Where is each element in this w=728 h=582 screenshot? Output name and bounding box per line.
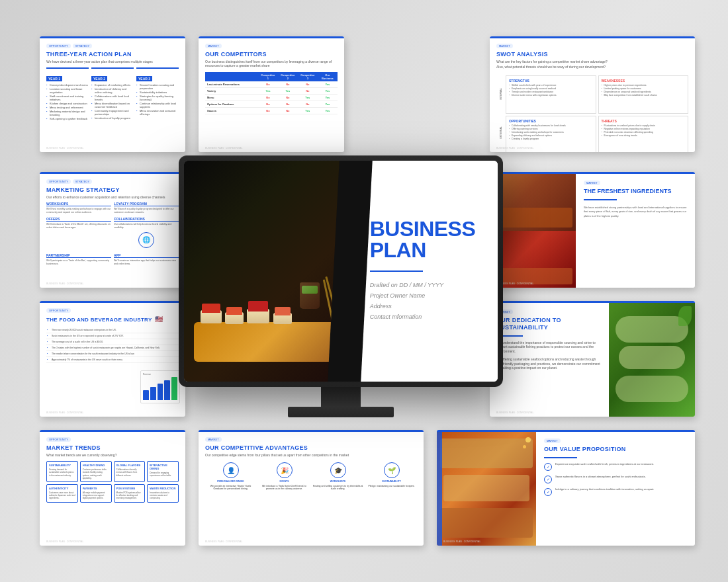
slide-competitive-advantages[interactable]: MARKET OUR COMPETITIVE ADVANTAGES Our co… [199, 430, 424, 546]
internal-label: INTERNAL [500, 88, 502, 100]
marketing-collabs-text: Our collaborations will help boost our b… [114, 223, 179, 229]
vp-divider [544, 457, 577, 458]
comp-3-1: No [258, 94, 278, 101]
comp-1-2: No [278, 81, 298, 88]
ca-workshops-title: WORKSHOPS [312, 480, 363, 483]
trend-waste: WASTE REDUCTION Innovative solutions to … [147, 484, 179, 503]
marketing-workshops: WORKSHOPS We'll host monthly sushi-makin… [46, 202, 111, 214]
slide-marketing[interactable]: OPPORTUNITY STRATEGY MARKETING STRATEGY … [40, 172, 185, 288]
fb-footer: BUSINESS PLAN · CONFIDENTIAL [46, 411, 179, 414]
ca-personalized-title: PERSONALIZED DINING [205, 480, 256, 483]
year-col-1: YEAR 1 Concept development and menu Loca… [46, 67, 89, 121]
bar-1 [143, 390, 149, 400]
slide-freshest[interactable]: MARKET THE FRESHEST INGREDIENTS We have … [490, 172, 695, 288]
fb-title: THE FOOD AND BEVERAGE INDUSTRY [46, 317, 152, 323]
vp-item-1: ✓ Experience exquisite sushi crafted wit… [544, 462, 687, 471]
year3-item-4: Continue relationship with local supplie… [136, 102, 179, 108]
trend-sust-text: Growing demand for sustainable seafood o… [49, 468, 75, 477]
slide-swot[interactable]: MARKET SWOT ANALYSIS What are the key fa… [490, 36, 695, 152]
marketing-footer: BUSINESS PLAN · CONFIDENTIAL [46, 282, 179, 285]
bar-5 [171, 377, 177, 400]
slide-food-beverage[interactable]: OPPORTUNITY THE FOOD AND BEVERAGE INDUST… [40, 301, 185, 417]
comp-row-2: Variety Yes Yes No Yes [205, 87, 338, 94]
slide-dedication[interactable]: MARKET OUR DEDICATION TO SUSTAINABILITY … [490, 301, 695, 417]
marketing-app-title: APP [114, 253, 179, 258]
chart-label: Revenue [143, 373, 177, 376]
comp-feature-1: Last-minute Reservations [205, 81, 258, 88]
competitors-footer: BUSINESS PLAN · CONFIDENTIAL [205, 147, 338, 149]
swot-o-3: Introducing sushi-making workshops for c… [509, 131, 593, 134]
marketing-workshops-title: WORKSHOPS [46, 202, 111, 206]
year1-item-5: Menu testing and refinement [46, 106, 89, 109]
comp-5-3: Yes [298, 107, 318, 114]
food-stat-3: The average cost of a sushi roll in the … [46, 339, 179, 345]
marketing-offers-title: OFFERS [46, 217, 111, 222]
comp-4-1: No [258, 101, 278, 107]
roll-1 [615, 316, 688, 343]
vp-sushi-1 [440, 438, 533, 468]
swot-t-2: Negative online reviews impacting reputa… [602, 128, 686, 130]
competitors-table: Competitor 1 Competitor 2 Competitor 3 O… [205, 72, 338, 114]
monitor: BUSINESS PLAN Drafted on DD / MM / YYYY … [179, 155, 503, 387]
comp-5-1: No [258, 107, 278, 114]
marketing-partnership-title: PARTNERSHIP [46, 253, 111, 258]
comp-1-3: No [298, 81, 318, 88]
swot-o-4: Expanding delivery and takeout options [509, 134, 593, 137]
swot-s-4: Diverse sushi menu with vegetarian optio… [509, 94, 593, 97]
three-year-footer: BUSINESS PLAN · CONFIDENTIAL [46, 147, 179, 149]
dedication-body2: By offering sustainable seafood options … [496, 357, 602, 370]
trends-footer: BUSINESS PLAN · CONFIDENTIAL [46, 540, 179, 543]
trend-sustainability: SUSTAINABILITY Growing demand for sustai… [46, 461, 78, 482]
mini-revenue-chart: Revenue [140, 370, 180, 403]
slide-value-proposition[interactable]: MARKET OUR VALUE PROPOSITION ✓ Experienc… [437, 430, 695, 546]
garnish-dot-2 [523, 445, 526, 448]
monitor-screen: BUSINESS PLAN Drafted on DD / MM / YYYY … [184, 161, 498, 382]
bp-title-line2: PLAN [370, 239, 484, 261]
vp-check-1: ✓ [544, 463, 552, 471]
leaf-garnish [678, 306, 692, 326]
year3-item-1: Second location scouting and preparation [136, 83, 179, 90]
label-strategy-marketing: STRATEGY [73, 179, 92, 184]
year1-label: YEAR 1 [46, 76, 62, 81]
comp-3-3: Yes [298, 94, 318, 101]
trend-global-title: GLOBAL FLAVORS [116, 464, 143, 467]
food-stat-6: Approximately 7% of restaurants in the U… [46, 357, 179, 363]
ca-sustainability-title: SUSTAINABILITY [366, 480, 417, 483]
bp-title-line1: BUSINESS [370, 218, 484, 239]
marketing-offers: OFFERS We'll introduce a 'Taste of the M… [46, 217, 111, 251]
swot-w-4: May face competition from established su… [602, 94, 686, 97]
check-mark-2: ✓ [547, 477, 550, 481]
label-market-comp: MARKET [205, 44, 222, 48]
trend-interactive-title: INTERACTIVE DINING [150, 464, 176, 470]
dedication-title: OUR DEDICATION TO SUSTAINABILITY [496, 317, 602, 331]
check-mark-1: ✓ [547, 464, 550, 469]
trend-global-text: Collaborations diversify menus with flav… [116, 468, 143, 477]
swot-s-2: Emphasis on using locally sourced seafoo… [509, 87, 593, 90]
cup-contents [302, 286, 318, 294]
swot-w-2: Limited parking space for customers [602, 87, 686, 90]
vp-sushi-3 [440, 508, 533, 538]
vp-text-1: Experience exquisite sushi crafted with … [555, 462, 654, 466]
slide-market-trends[interactable]: OPPORTUNITY MARKET TRENDS What market tr… [40, 430, 185, 546]
trend-pos: POS SYSTEMS Modern POS systems allow for… [114, 484, 146, 503]
label-market-ca: MARKET [205, 437, 222, 442]
comp-row-5: Sauces No No Yes Yes [205, 107, 338, 114]
comp-feature-5: Sauces [205, 107, 258, 114]
slide-competitors[interactable]: MARKET OUR COMPETITORS Our business dist… [199, 36, 344, 152]
bar-2 [150, 387, 156, 400]
comp-4-2: No [278, 101, 298, 107]
sushi-topping-1 [202, 304, 220, 313]
sushi-topping-3 [248, 301, 268, 312]
slide-three-year[interactable]: OPPORTUNITY STRATEGY THREE-YEAR ACTION P… [40, 36, 185, 152]
label-opportunity: OPPORTUNITY [46, 44, 71, 48]
comp-1-4: Yes [318, 81, 338, 88]
monitor-container: BUSINESS PLAN Drafted on DD / MM / YYYY … [179, 155, 503, 427]
comp-col-3: Competitor 3 [298, 72, 318, 81]
comp-1-1: No [258, 81, 278, 88]
comp-row-3: Menu No No Yes Yes [205, 94, 338, 101]
bp-drafted: Drafted on DD / MM / YYYY [370, 282, 484, 288]
ca-sustainability: 🌱 SUSTAINABILITY Pledge: maintaining our… [366, 462, 417, 491]
trend-waste-title: WASTE REDUCTION [150, 487, 176, 490]
food-stats: There are nearly 20,000 sushi restaurant… [46, 327, 179, 363]
business-plan-slide: BUSINESS PLAN Drafted on DD / MM / YYYY … [184, 161, 498, 382]
